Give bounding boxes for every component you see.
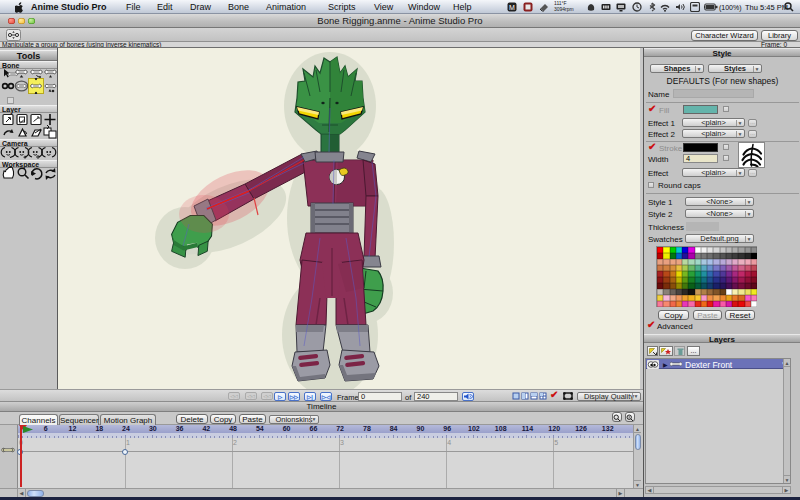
svg-text:M: M bbox=[509, 4, 515, 11]
